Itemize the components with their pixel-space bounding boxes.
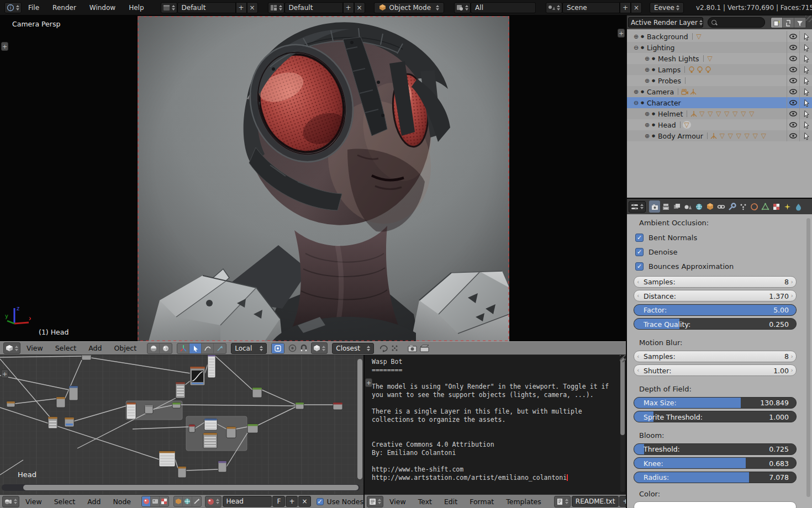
slider-distance[interactable]: ‹›Distance:1.370 <box>634 290 797 301</box>
slider-knee[interactable]: Knee:0.683 <box>634 457 797 469</box>
node-editor-hscrollbar-thumb[interactable] <box>23 485 358 490</box>
selectable-toggle[interactable] <box>800 121 812 129</box>
hide-in-viewport-toggle[interactable] <box>787 132 799 140</box>
node-editor-type-button[interactable] <box>2 496 19 507</box>
node-menu-select[interactable]: Select <box>48 498 82 506</box>
slider-samples[interactable]: ‹›Samples:8 <box>634 351 797 362</box>
hide-in-viewport-toggle[interactable] <box>787 66 799 73</box>
outliner-item-label[interactable]: Lighting <box>647 44 675 52</box>
shader-node[interactable] <box>204 419 217 430</box>
snap-with-dropdown[interactable] <box>311 342 328 354</box>
vp-menu-view[interactable]: View <box>20 344 49 352</box>
shader-node[interactable] <box>82 355 91 360</box>
decrement-arrow[interactable]: ‹ <box>637 292 639 299</box>
node-menu-view[interactable]: View <box>19 498 48 506</box>
checkbox-icon[interactable]: ✓ <box>635 262 644 271</box>
material-unlink-button[interactable]: × <box>298 496 310 507</box>
selectable-toggle[interactable] <box>800 77 812 85</box>
hide-in-viewport-toggle[interactable] <box>787 121 799 129</box>
selectable-toggle[interactable] <box>800 88 812 96</box>
transform-axis-icon[interactable] <box>177 343 189 354</box>
expander-icon[interactable]: ⊕ <box>644 55 651 62</box>
visibility-field[interactable]: All <box>471 2 536 13</box>
layout-name-field[interactable]: Default <box>284 2 343 13</box>
slider-maxsize[interactable]: Max Size:130.849 <box>634 397 797 409</box>
engine-dropdown[interactable]: Eevee <box>650 2 684 13</box>
toolbar-expand-button[interactable]: + <box>1 42 8 51</box>
menu-file[interactable]: File <box>22 4 46 12</box>
outliner-item-label[interactable]: Camera <box>647 88 674 96</box>
properties-editor[interactable]: Ambient Occlusion:✓Bent Normals✓Denoise✓… <box>627 199 812 508</box>
shader-node-editor[interactable]: + <box>0 355 363 494</box>
outliner-item-label[interactable]: Lamps <box>658 66 681 74</box>
hide-in-viewport-toggle[interactable] <box>787 55 799 62</box>
checkbox-icon[interactable]: ✓ <box>635 248 644 256</box>
expander-icon[interactable]: ⊕ <box>644 66 651 73</box>
sync-select-button[interactable] <box>783 18 794 28</box>
shader-node[interactable] <box>296 403 304 409</box>
decrement-arrow[interactable]: ‹ <box>637 353 639 360</box>
render-animation-icon[interactable] <box>420 345 429 352</box>
slider-shutter[interactable]: ‹›Shutter:1.00 <box>634 364 797 376</box>
text-menu-view[interactable]: View <box>383 498 412 506</box>
checkbox-bounces-approximation[interactable]: ✓Bounces Approximation <box>635 259 812 273</box>
scene-close-button[interactable]: × <box>631 2 642 13</box>
scene-icon-button[interactable] <box>546 2 562 13</box>
properties-tab-object-data[interactable] <box>760 200 771 213</box>
menu-window[interactable]: Window <box>83 4 122 12</box>
checkbox-bent-normals[interactable]: ✓Bent Normals <box>635 230 812 245</box>
properties-tab-particles[interactable] <box>737 200 748 213</box>
text-menu-templates[interactable]: Templates <box>500 498 547 506</box>
layout-add-button[interactable]: + <box>343 2 354 13</box>
selectable-toggle[interactable] <box>800 99 812 107</box>
shader-node[interactable] <box>69 386 78 400</box>
color-swatch[interactable] <box>634 501 797 508</box>
selectable-toggle[interactable] <box>800 44 812 52</box>
outliner-item-label[interactable]: Body Armour <box>658 132 703 140</box>
shader-node[interactable] <box>252 388 262 398</box>
slider-threshold[interactable]: Threshold:0.725 <box>634 443 797 455</box>
brush-icon[interactable] <box>192 496 201 507</box>
text-menu-text[interactable]: Text <box>412 498 438 506</box>
text-menu-edit[interactable]: Edit <box>438 498 463 506</box>
outliner-item-label[interactable]: Background <box>647 33 688 41</box>
area-divider[interactable] <box>363 355 365 508</box>
properties-editor-type-button[interactable] <box>629 201 646 213</box>
3d-viewport[interactable]: Camera Persp (1) Head + + z x y <box>0 15 627 341</box>
shader-node[interactable] <box>159 451 175 467</box>
selectable-toggle[interactable] <box>800 110 812 118</box>
node-editor-vscrollbar[interactable] <box>357 359 362 479</box>
fake-user-button[interactable]: F <box>272 496 285 507</box>
menu-render[interactable]: Render <box>46 4 83 12</box>
expander-icon[interactable]: ⊕ <box>632 88 640 96</box>
shader-node[interactable] <box>247 424 258 433</box>
node-menu-node[interactable]: Node <box>107 498 137 506</box>
shading-solid-icon[interactable] <box>147 343 160 354</box>
properties-tab-view-layer[interactable] <box>671 200 682 213</box>
decrement-arrow[interactable]: ‹ <box>637 367 639 374</box>
visibility-icon-button[interactable] <box>454 2 471 13</box>
increment-arrow[interactable]: › <box>791 278 793 285</box>
expander-icon[interactable]: ⊕ <box>644 133 651 140</box>
outliner-row-helmet[interactable]: ⊕●Helmet▽▽▽▽▽▽▽ <box>627 108 812 119</box>
snap-target-dropdown[interactable]: Closest <box>332 343 374 354</box>
text-editor-type-button[interactable] <box>367 496 383 507</box>
proportional-falloff-icon[interactable] <box>391 344 399 352</box>
sidebar-expand-button[interactable]: + <box>618 29 625 38</box>
shader-node[interactable] <box>189 425 195 432</box>
properties-tab-object[interactable] <box>704 200 715 213</box>
expander-icon[interactable]: ⊕ <box>632 33 640 40</box>
slider-factor[interactable]: Factor:5.00 <box>634 304 797 316</box>
selectable-toggle[interactable] <box>800 132 812 140</box>
viewport-editor-type-button[interactable] <box>3 342 20 354</box>
rotate-snap-icon[interactable] <box>379 344 388 352</box>
outliner-row-body-armour[interactable]: ⊕●Body Armour▽▽▽▽▽▽ <box>627 130 812 141</box>
outliner-row-probes[interactable]: ⊕●Probes <box>627 75 812 86</box>
text-editor-content[interactable]: Wasp Bot ======== The model is using "On… <box>372 358 609 482</box>
new-collection-button[interactable]: + <box>771 18 783 28</box>
layout-icon-button[interactable] <box>268 2 284 13</box>
move-arrow-icon[interactable] <box>214 343 226 354</box>
snap-magnet-icon[interactable] <box>300 344 308 352</box>
hide-in-viewport-toggle[interactable] <box>787 110 799 118</box>
outliner-item-label[interactable]: Character <box>647 99 681 107</box>
